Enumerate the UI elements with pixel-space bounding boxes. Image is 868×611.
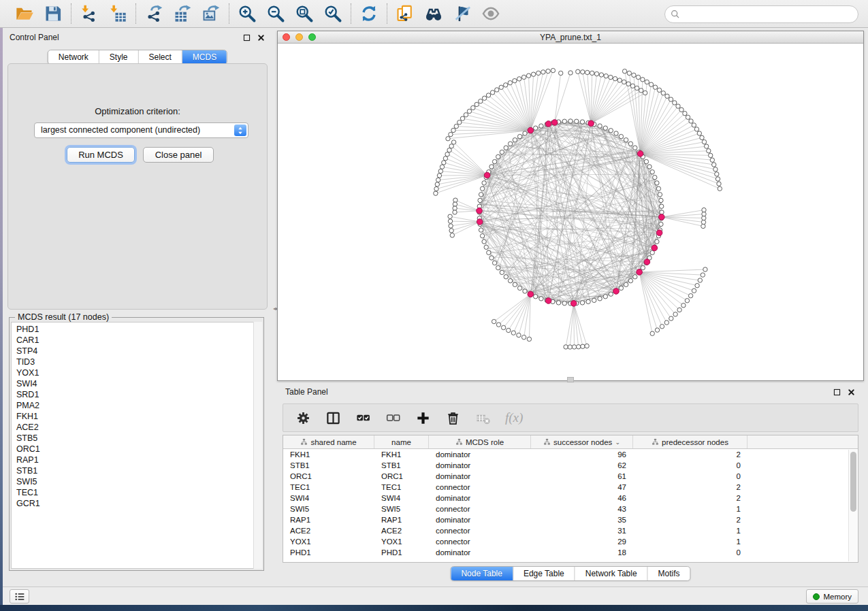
table-row[interactable]: ACE2ACE2connector311 — [283, 525, 858, 536]
table-cell[interactable]: SWI4 — [283, 493, 374, 503]
mcds-result-item[interactable]: SRD1 — [16, 389, 261, 400]
table-cell[interactable]: 1 — [633, 536, 748, 547]
table-row[interactable]: SWI4SWI4dominator462 — [283, 493, 858, 503]
table-cell[interactable]: YOX1 — [374, 536, 429, 547]
show-graphics-details-icon[interactable] — [453, 4, 472, 23]
table-cell[interactable]: 2 — [633, 493, 748, 503]
level-of-detail-icon[interactable] — [481, 4, 500, 23]
table-cell[interactable]: connector — [429, 482, 531, 493]
table-row[interactable]: FKH1FKH1dominator962 — [283, 449, 858, 460]
tab-style[interactable]: Style — [99, 50, 138, 64]
table-cell[interactable]: 47 — [531, 482, 633, 493]
export-network-icon[interactable] — [144, 4, 163, 23]
table-row[interactable]: ORC1ORC1dominator610 — [283, 471, 858, 482]
tab-node-table[interactable]: Node Table — [451, 567, 513, 580]
tab-select[interactable]: Select — [138, 50, 182, 64]
mcds-result-item[interactable]: SWI5 — [16, 476, 261, 487]
search-box[interactable] — [664, 5, 858, 23]
close-panel-button[interactable]: Close panel — [143, 147, 214, 163]
float-panel-icon[interactable] — [833, 388, 841, 397]
zoom-selected-icon[interactable] — [323, 4, 342, 23]
task-history-button[interactable] — [10, 589, 29, 604]
horizontal-splitter-grip[interactable] — [567, 377, 574, 382]
save-session-icon[interactable] — [44, 4, 63, 23]
table-cell[interactable]: connector — [429, 525, 531, 536]
toggle-panes-icon[interactable] — [325, 410, 341, 426]
find-icon[interactable] — [424, 4, 443, 23]
table-cell[interactable]: 2 — [633, 514, 748, 525]
memory-button[interactable]: Memory — [806, 589, 858, 604]
column-header-name[interactable]: name — [374, 435, 429, 448]
table-cell[interactable]: RAP1 — [374, 514, 429, 525]
table-cell[interactable]: FKH1 — [283, 449, 374, 460]
open-file-icon[interactable] — [15, 4, 34, 23]
tab-motifs[interactable]: Motifs — [647, 567, 690, 580]
table-scrollbar-thumb[interactable] — [850, 452, 856, 512]
table-cell[interactable]: 96 — [531, 449, 633, 460]
delete-table-icon[interactable] — [475, 410, 491, 426]
table-row[interactable]: STB1STB1dominator620 — [283, 460, 858, 471]
run-mcds-button[interactable]: Run MCDS — [67, 147, 135, 163]
table-cell[interactable]: PHD1 — [283, 547, 374, 558]
table-cell[interactable]: YOX1 — [283, 536, 374, 547]
deselect-all-checkboxes-icon[interactable] — [385, 410, 401, 426]
mcds-result-item[interactable]: CAR1 — [16, 335, 261, 346]
table-cell[interactable]: TEC1 — [374, 482, 429, 493]
close-panel-icon[interactable] — [257, 33, 266, 42]
table-cell[interactable]: 62 — [531, 460, 633, 471]
table-cell[interactable]: dominator — [429, 449, 531, 460]
column-header-MCDS-role[interactable]: MCDS role — [429, 435, 531, 448]
mcds-result-item[interactable]: STB1 — [16, 465, 261, 476]
table-cell[interactable]: 43 — [531, 503, 633, 514]
mcds-result-item[interactable]: STB5 — [16, 433, 261, 444]
table-cell[interactable]: 0 — [633, 471, 748, 482]
import-network-icon[interactable] — [80, 4, 99, 23]
table-row[interactable]: RAP1RAP1dominator352 — [283, 514, 858, 525]
table-cell[interactable]: STB1 — [374, 460, 429, 471]
table-cell[interactable]: SWI4 — [374, 493, 429, 503]
table-cell[interactable]: 31 — [531, 525, 633, 536]
table-cell[interactable]: connector — [429, 536, 531, 547]
clone-network-icon[interactable] — [396, 4, 415, 23]
mcds-result-item[interactable]: TID3 — [16, 357, 261, 367]
column-header-predecessor-nodes[interactable]: predecessor nodes — [633, 435, 748, 448]
mcds-result-item[interactable]: SWI4 — [16, 378, 261, 389]
table-row[interactable]: YOX1YOX1connector291 — [283, 536, 858, 547]
delete-icon[interactable] — [445, 410, 461, 426]
table-cell[interactable]: ACE2 — [374, 525, 429, 536]
table-cell[interactable]: 61 — [531, 471, 633, 482]
gear-icon[interactable] — [295, 410, 311, 426]
window-close-button[interactable] — [283, 33, 290, 41]
mcds-result-item[interactable]: ORC1 — [16, 444, 261, 455]
zoom-in-icon[interactable] — [238, 4, 257, 23]
zoom-out-icon[interactable] — [266, 4, 285, 23]
table-cell[interactable]: 2 — [633, 449, 748, 460]
mcds-result-item[interactable]: TEC1 — [16, 487, 261, 498]
table-cell[interactable]: 1 — [633, 503, 748, 514]
table-cell[interactable]: ORC1 — [374, 471, 429, 482]
mcds-result-item[interactable]: ACE2 — [16, 422, 261, 433]
import-table-icon[interactable] — [108, 4, 127, 23]
column-header-successor-nodes[interactable]: successor nodes⌄ — [531, 435, 633, 448]
search-input[interactable] — [681, 7, 858, 21]
mcds-result-item[interactable]: GCR1 — [16, 498, 261, 509]
network-canvas[interactable] — [278, 44, 863, 380]
table-cell[interactable]: PHD1 — [374, 547, 429, 558]
zoom-fit-icon[interactable] — [295, 4, 314, 23]
network-window-titlebar[interactable]: YPA_prune.txt_1 — [278, 31, 863, 44]
network-graph[interactable] — [278, 44, 863, 380]
table-cell[interactable]: connector — [429, 503, 531, 514]
table-cell[interactable]: SWI5 — [283, 503, 374, 514]
table-cell[interactable]: dominator — [429, 471, 531, 482]
mcds-result-item[interactable]: PHD1 — [16, 324, 261, 335]
table-cell[interactable]: dominator — [429, 460, 531, 471]
export-image-icon[interactable] — [202, 4, 221, 23]
window-maximize-button[interactable] — [308, 33, 316, 41]
table-cell[interactable]: STB1 — [283, 460, 374, 471]
table-cell[interactable]: RAP1 — [283, 514, 374, 525]
mcds-result-item[interactable]: PMA2 — [16, 400, 261, 411]
mcds-result-item[interactable]: STP4 — [16, 346, 261, 357]
table-cell[interactable]: FKH1 — [374, 449, 429, 460]
mcds-list-scrollbar[interactable] — [253, 322, 262, 569]
column-header-shared-name[interactable]: shared name — [283, 435, 374, 448]
